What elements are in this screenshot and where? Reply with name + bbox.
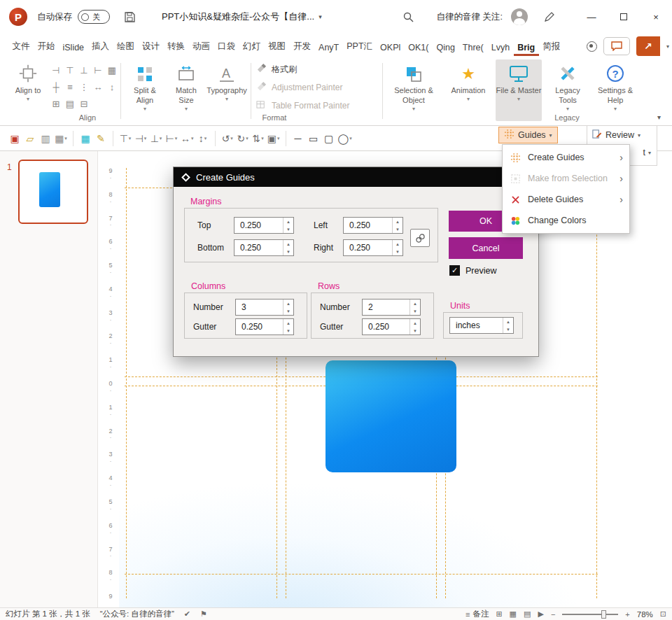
rows-gutter-value[interactable]: 0.250 [363,319,410,334]
zoom-out-button[interactable]: − [551,610,555,619]
units-select[interactable]: inches ▲▼ [449,317,514,334]
margin-right-input[interactable]: 0.250 ▲▼ [343,239,403,256]
spin-down-icon[interactable]: ▼ [284,327,293,334]
rounded-rectangle-tool-icon[interactable]: ▢ [321,129,337,148]
layers-icon[interactable]: ▤ [66,99,74,109]
spin-up-icon[interactable]: ▲ [284,300,293,307]
powerpoint-logo-icon[interactable]: P [9,8,27,26]
zoom-in-button[interactable]: + [625,610,629,619]
table-style-icon[interactable]: ▦ [78,129,93,148]
zoom-slider[interactable] [562,614,618,615]
align-bottom-icon[interactable]: ⊥ [80,65,88,76]
table-format-painter-button[interactable]: Table Format Painter [256,99,349,112]
cancel-button[interactable]: Cancel [449,237,523,259]
margin-left-value[interactable]: 0.250 [344,218,392,233]
slide-sorter-button[interactable]: ▦ [510,610,517,619]
align-top-edge-icon[interactable]: ⊤▾ [118,129,133,148]
ribbon-collapse-chevron-icon[interactable]: ▾ [657,113,661,121]
menu-item-make-from-selection[interactable]: Make from Selection› [503,168,629,189]
align-left-icon[interactable]: ⊣ [52,65,59,76]
blue-rectangle-shape[interactable] [326,360,456,472]
tab-ppt[interactable]: PPT汇 [343,36,377,56]
adjustment-painter-button[interactable]: Adjustment Painter [256,81,342,94]
spin-up-icon[interactable]: ▲ [393,240,402,248]
record-icon[interactable] [587,41,597,52]
tab-qing[interactable]: Qing [433,38,458,56]
spin-down-icon[interactable]: ▼ [410,327,420,334]
proofing-icon[interactable]: ✔ [184,610,190,619]
tab-anyt[interactable]: AnyT [315,38,343,56]
grid-icon[interactable]: ▦ [108,65,116,76]
tab-lvyh[interactable]: Lvyh [487,38,513,56]
grid-options-icon[interactable]: ▦▾ [53,129,69,148]
margin-bottom-input[interactable]: 0.250 ▲▼ [234,239,294,256]
slide-thumbnail[interactable] [18,160,88,224]
guides-button[interactable]: Guides ▾ [498,127,558,143]
notes-button[interactable]: ≡ 备注 [465,609,489,619]
spin-down-icon[interactable]: ▼ [393,225,402,233]
normal-view-button[interactable]: ⊞ [496,610,502,619]
columns-number-input[interactable]: 3 ▲▼ [235,299,294,316]
margin-top-input[interactable]: 0.250 ▲▼ [234,217,294,234]
review-button[interactable]: Review ▾ [587,126,657,144]
spin-up-icon[interactable]: ▲ [503,318,513,325]
slideshow-button[interactable]: ▶ [538,610,543,619]
edit-shape-icon[interactable]: ▱ [22,129,38,148]
share-chevron-icon[interactable]: ▾ [666,43,669,50]
search-icon[interactable] [400,8,417,25]
match-size-button[interactable]: Match Size ▾ [169,59,204,121]
zoom-percentage[interactable]: 78% [637,610,653,619]
spin-down-icon[interactable]: ▼ [393,248,402,255]
document-title[interactable]: PPT小知识&疑难杂症-公众号【自律... ▾ [162,10,322,23]
rectangle-tool-icon[interactable]: ▭ [306,129,321,148]
rotate-right-icon[interactable]: ↻▾ [235,129,251,148]
spin-up-icon[interactable]: ▲ [410,319,420,327]
dialog-titlebar[interactable]: Create Guides [174,167,538,187]
spin-up-icon[interactable]: ▲ [284,319,293,327]
margin-right-value[interactable]: 0.250 [344,240,392,255]
spin-up-icon[interactable]: ▲ [284,218,293,225]
guide-horizontal-bottom-margin[interactable] [125,574,598,575]
tab-brig[interactable]: Brig [514,38,539,56]
group-objects-icon[interactable]: ▣▾ [266,129,281,148]
link-margins-button[interactable] [410,229,430,247]
tab-[interactable]: 开始 [34,36,59,56]
text-box-icon[interactable]: ▣ [7,129,22,148]
spin-up-icon[interactable]: ▲ [410,300,420,307]
tab-[interactable]: 幻灯 [239,36,265,56]
legacy-tools-button[interactable]: Legacy Tools ▾ [547,59,588,121]
pen-icon[interactable] [540,8,557,25]
flag-icon[interactable]: ⚑ [200,610,207,619]
tab-[interactable]: 插入 [88,36,113,56]
avatar[interactable] [511,8,528,25]
autosave-toggle[interactable]: 关 [78,10,110,24]
tab-thre[interactable]: Thre( [458,38,487,56]
selection-object-button[interactable]: Selection & Object ▾ [386,59,441,121]
comments-button[interactable] [603,37,630,55]
spin-down-icon[interactable]: ▼ [410,307,420,315]
align-bottom-edge-icon[interactable]: ⊥▾ [148,129,164,148]
rows-number-input[interactable]: 2 ▲▼ [362,299,421,316]
align-to-button[interactable]: Align to ▾ [10,59,46,121]
menu-item-create-guides[interactable]: Create Guides› [503,147,629,168]
stretch-vertical-icon[interactable]: ↕ [110,82,115,92]
split-align-button[interactable]: Split & Align ▾ [126,59,164,121]
tab-[interactable]: 口袋 [214,36,239,56]
format-painter-button[interactable]: 格式刷 [256,63,297,76]
distribute-horizontal-icon[interactable]: ↔▾ [179,129,195,148]
tab-ok1[interactable]: OK1( [405,38,433,56]
margin-left-input[interactable]: 0.250 ▲▼ [343,217,403,234]
stretch-horizontal-icon[interactable]: ↔ [94,82,103,92]
menu-item-delete-guides[interactable]: Delete Guides› [503,189,629,210]
distribute-rows-icon[interactable]: ≡ [67,82,73,92]
share-button[interactable]: ↗ [636,36,660,56]
tab-islide[interactable]: iSlide [59,38,88,56]
tab-[interactable]: 动画 [189,36,214,56]
merge-icon[interactable]: ⊞ [52,99,60,109]
file-master-button[interactable]: File & Master ▾ [496,59,542,121]
rotate-left-icon[interactable]: ↺▾ [220,129,235,148]
spin-down-icon[interactable]: ▼ [284,225,293,233]
tab-okpl[interactable]: OKPl [377,38,405,56]
spin-down-icon[interactable]: ▼ [503,325,513,333]
columns-number-value[interactable]: 3 [236,300,283,315]
